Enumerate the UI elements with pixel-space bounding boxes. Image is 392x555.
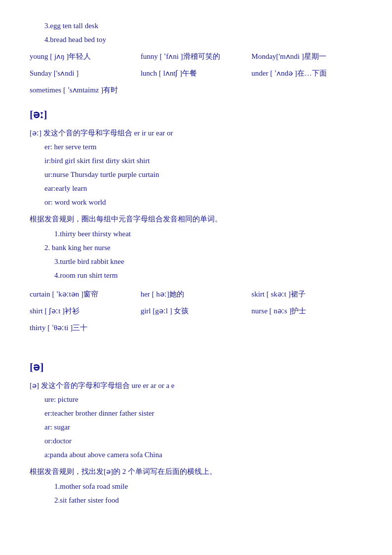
vocab-er-row-1: curtain [ ˈkəːtən ]窗帘 her [ həː]她的 skirt… bbox=[30, 288, 362, 300]
section-schwa-examples: ure: picture er:teacher brother dinner f… bbox=[30, 393, 362, 461]
vocab-block-1: young [ jʌŋ ]年轻人 funny [ ˈfʌni ]滑稽可笑的 Mo… bbox=[30, 50, 362, 96]
example-er2: er:teacher brother dinner father sister bbox=[44, 407, 362, 419]
example-or2: or:doctor bbox=[44, 435, 362, 447]
vocab-item-funny: funny [ ˈfʌni ]滑稽可笑的 bbox=[141, 50, 252, 62]
exercise-er-4: 4.room run shirt term bbox=[54, 269, 362, 281]
vocab-row-3: sometimes [ ˈsʌmtaimz ]有时 bbox=[30, 84, 362, 96]
exercise-schwa-2: 2.sit father sister food bbox=[54, 494, 362, 506]
vocab-item-lunch: lunch [ lʌntʃ ]午餐 bbox=[141, 67, 252, 79]
vocab-thirty: thirty [ ˈθəːti ]三十 bbox=[30, 322, 362, 334]
vocab-item-young: young [ jʌŋ ]年轻人 bbox=[30, 50, 141, 62]
list-item-4: 4.bread head bed toy bbox=[44, 34, 362, 45]
vocab-nurse: nurse [ nəːs ]护士 bbox=[251, 305, 362, 317]
section-er-rule-block: 根据发音规则，圈出每组中元音字母组合发音相同的单词。 1.thirty beer… bbox=[30, 213, 362, 281]
example-ur: ur:nurse Thursday turtle purple curtain bbox=[44, 169, 362, 180]
vocab-er-row-3: thirty [ ˈθəːti ]三十 bbox=[30, 322, 362, 334]
example-er: er: her serve term bbox=[44, 141, 362, 153]
section-er-exercise: 1.thirty beer thirsty wheat 2. bank king… bbox=[30, 228, 362, 281]
exercise-er-2: 2. bank king her nurse bbox=[44, 242, 362, 254]
section-schwa: [ə] [ə] 发这个音的字母和字母组合 ure er ar or a e ur… bbox=[30, 358, 362, 461]
exercise-schwa-1: 1.mother sofa road smile bbox=[54, 480, 362, 492]
section-er-intro: [əː] 发这个音的字母和字母组合 er ir ur ear or bbox=[30, 127, 362, 139]
vocab-item-sunday: Sunday ['sʌndi ] bbox=[30, 67, 141, 79]
vocab-skirt: skirt [ skəːt ]裙子 bbox=[251, 288, 362, 300]
section-schwa-rule: 根据发音规则，找出发[ə]的 2 个单词写在后面的横线上。 bbox=[30, 466, 362, 477]
vocab-curtain: curtain [ ˈkəːtən ]窗帘 bbox=[30, 288, 141, 300]
example-ure: ure: picture bbox=[44, 393, 362, 405]
exercise-er-3: 3.turtle bird rabbit knee bbox=[54, 256, 362, 267]
example-or: or: word work world bbox=[44, 196, 362, 208]
vocab-row-1: young [ jʌŋ ]年轻人 funny [ ˈfʌni ]滑稽可笑的 Mo… bbox=[30, 50, 362, 62]
example-ar: ar: sugar bbox=[44, 421, 362, 433]
section-schwa-header: [ə] bbox=[30, 358, 362, 376]
list-item-3: 3.egg ten tall desk bbox=[44, 20, 362, 32]
exercise-er-1: 1.thirty beer thirsty wheat bbox=[54, 228, 362, 240]
section-schwa-exercise: 1.mother sofa road smile 2.sit father si… bbox=[30, 480, 362, 506]
section-er-header-block: [əː] [əː] 发这个音的字母和字母组合 er ir ur ear or e… bbox=[30, 106, 362, 208]
section-er-examples: er: her serve term ir:bird girl skirt fi… bbox=[30, 141, 362, 208]
example-ear: ear:early learn bbox=[44, 182, 362, 194]
vocab-item-under: under [ ˈʌndə ]在…下面 bbox=[251, 67, 362, 79]
section-schwa-intro: [ə] 发这个音的字母和字母组合 ure er ar or a e bbox=[30, 380, 362, 391]
vocab-er-row-2: shirt [ ʃəːt ]衬衫 girl [gəːl ] 女孩 nurse [… bbox=[30, 305, 362, 317]
section-er-rule: 根据发音规则，圈出每组中元音字母组合发音相同的单词。 bbox=[30, 213, 362, 225]
example-a: a:panda about above camera sofa China bbox=[44, 449, 362, 461]
vocab-item-monday: Monday['mʌndi ]星期一 bbox=[251, 50, 362, 62]
example-ir: ir:bird girl skirt first dirty skirt shi… bbox=[44, 155, 362, 167]
vocab-item-sometimes: sometimes [ ˈsʌmtaimz ]有时 bbox=[30, 84, 362, 96]
section-er-header: [əː] bbox=[30, 106, 362, 123]
vocab-girl: girl [gəːl ] 女孩 bbox=[141, 305, 252, 317]
section-er-vocab: curtain [ ˈkəːtən ]窗帘 her [ həː]她的 skirt… bbox=[30, 288, 362, 334]
vocab-shirt: shirt [ ʃəːt ]衬衫 bbox=[30, 305, 141, 317]
vocab-row-2: Sunday ['sʌndi ] lunch [ lʌntʃ ]午餐 under… bbox=[30, 67, 362, 79]
section-schwa-rule-block: 根据发音规则，找出发[ə]的 2 个单词写在后面的横线上。 1.mother s… bbox=[30, 466, 362, 506]
section-initial-list: 3.egg ten tall desk 4.bread head bed toy bbox=[30, 20, 362, 45]
vocab-her: her [ həː]她的 bbox=[141, 288, 252, 300]
